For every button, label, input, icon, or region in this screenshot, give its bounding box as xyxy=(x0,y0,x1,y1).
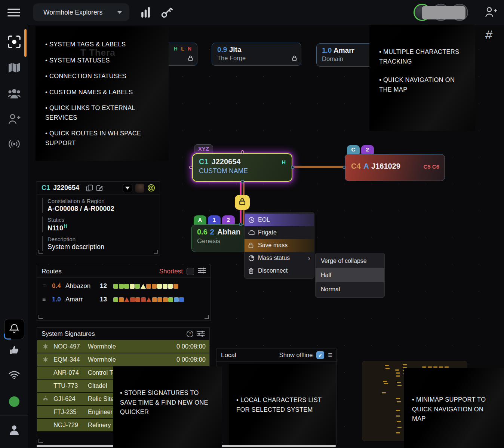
signature-row[interactable]: NOO-497 Wormhole 0 00:08:00 xyxy=(37,340,209,353)
wormhole-icon xyxy=(37,356,53,363)
bar-chart-icon[interactable] xyxy=(141,7,150,19)
custom-name: CUSTOM NAME xyxy=(199,167,286,175)
connection-handle[interactable] xyxy=(241,180,244,183)
notifications-button[interactable] xyxy=(4,319,24,339)
region-name: The Forge xyxy=(217,55,296,62)
map-icon[interactable] xyxy=(0,62,28,73)
cloud-icon xyxy=(248,230,258,235)
menu-item-save-mass[interactable]: Save mass xyxy=(245,239,314,252)
mass-status-submenu: Verge of collapse Half Normal xyxy=(315,253,385,298)
trash-icon xyxy=(248,268,258,274)
focus-map-icon[interactable] xyxy=(0,35,28,49)
copy-icon[interactable] xyxy=(86,184,93,191)
security-status: 0.9 xyxy=(217,46,227,53)
planet-count: 2 xyxy=(210,228,214,236)
signature-settings-icon[interactable] xyxy=(197,331,205,337)
static-label: H xyxy=(282,159,286,165)
statics-label: C5 C6 xyxy=(423,163,439,170)
lock-icon xyxy=(292,55,297,62)
menu-item-mass-status[interactable]: Mass status › xyxy=(245,252,314,264)
route-segments xyxy=(113,296,185,303)
region-image-icon[interactable] xyxy=(135,184,144,193)
custom-tag-xyz[interactable]: XYZ xyxy=(194,144,213,154)
divider xyxy=(0,415,28,415)
panel-title: System Signatures xyxy=(42,330,95,338)
online-status-dot[interactable] xyxy=(9,396,19,407)
key-icon[interactable] xyxy=(161,6,173,20)
submenu-item-half[interactable]: Half xyxy=(316,268,384,282)
left-sidebar xyxy=(0,25,28,448)
hash-icon[interactable]: # xyxy=(485,28,493,42)
connection-handle[interactable] xyxy=(291,166,294,169)
app-root: H L N 0.9 Jita The Forge 1.0 Amarr Domai… xyxy=(0,0,504,448)
characters-group-icon[interactable] xyxy=(0,88,28,99)
route-settings-icon[interactable] xyxy=(198,267,206,275)
censored-name-bar xyxy=(422,6,465,19)
target-icon[interactable] xyxy=(147,184,155,192)
local-menu-icon[interactable]: ≡ xyxy=(328,351,332,359)
map-selector-label: Wormhole Explorers xyxy=(43,9,117,16)
add-character-icon[interactable] xyxy=(485,6,497,19)
help-icon[interactable]: ? xyxy=(186,330,194,338)
system-node-jita[interactable]: 0.9 Jita The Forge xyxy=(212,43,301,66)
connection-handle[interactable] xyxy=(239,223,242,226)
route-row-amarr[interactable]: ≡ 1.0 Amarr 13 xyxy=(37,294,210,305)
menu-item-frigate[interactable]: Frigate xyxy=(245,226,314,239)
submenu-item-verge-of-collapse[interactable]: Verge of collapse xyxy=(316,254,384,268)
system-name: J220654 xyxy=(212,157,241,166)
ghost-system-thera: T Thera xyxy=(80,46,116,59)
callout-tracking: • MULTIPLE CHARACTERS TRACKING • QUICK N… xyxy=(369,25,475,131)
chevron-right-icon: › xyxy=(308,254,310,262)
connection-handle[interactable] xyxy=(241,150,244,154)
menu-item-eol[interactable]: EOL xyxy=(245,214,314,226)
lock-icon xyxy=(248,242,258,248)
submenu-item-normal[interactable]: Normal xyxy=(316,282,384,297)
callout-local: • LOCAL CHARACTERS LIST FOR SELECTED SYS… xyxy=(229,364,336,445)
wh-class: C1 xyxy=(42,184,50,192)
connection-handle[interactable] xyxy=(342,166,346,169)
system-effect: A xyxy=(364,162,369,170)
drag-handle-icon[interactable]: ≡ xyxy=(42,283,52,289)
system-node-j161029[interactable]: C4AJ161029 C5 C6 xyxy=(345,154,445,181)
shortest-checkbox[interactable] xyxy=(187,268,194,275)
lock-icon xyxy=(188,55,193,62)
wormhole-icon xyxy=(37,343,53,350)
add-character-icon[interactable] xyxy=(0,113,28,125)
system-name: Jita xyxy=(229,46,242,53)
signature-row[interactable]: EQM-344 Wormhole 0 00:08:00 xyxy=(37,353,209,366)
thumbs-up-icon[interactable] xyxy=(0,345,28,355)
check-icon: ✓ xyxy=(318,352,323,358)
wh-class: C4 xyxy=(351,162,361,170)
connection-handle[interactable] xyxy=(189,166,193,169)
svg-text:?: ? xyxy=(189,332,191,336)
show-offline-checkbox[interactable]: ✓ xyxy=(316,351,324,359)
chevron-down-icon xyxy=(117,11,122,14)
shortest-label: Shortest xyxy=(159,268,183,275)
route-row-ahbazon[interactable]: ≡ 0.4 Ahbazon 12 xyxy=(37,281,210,291)
connection-lock-badge[interactable] xyxy=(235,195,250,210)
connection-c1-j161029[interactable] xyxy=(292,166,345,168)
window-icon[interactable] xyxy=(123,184,132,192)
system-name: Abhan xyxy=(217,228,240,236)
callout-minimap: • MINIMAP SUPPORT TO QUICK NAVIGATION ON… xyxy=(404,368,504,448)
route-segments xyxy=(113,283,179,289)
system-tags: H L N xyxy=(174,46,193,52)
region-name: Domain xyxy=(322,55,374,62)
system-node-j220654-selected[interactable]: C1J220654 H CUSTOM NAME xyxy=(192,153,292,182)
drag-handle-icon[interactable]: ≡ xyxy=(42,296,52,303)
profile-icon[interactable] xyxy=(0,424,28,436)
system-name: J220654 xyxy=(53,184,79,192)
wifi-icon[interactable] xyxy=(0,370,28,379)
system-name: Amarr xyxy=(334,46,354,54)
info-section-statics: Statics N110H xyxy=(42,217,160,232)
menu-hamburger-icon[interactable] xyxy=(7,9,20,16)
bell-icon xyxy=(9,323,19,335)
callout-features: T Thera • SYSTEM TAGS & LABELS • SYSTEM … xyxy=(36,26,169,161)
menu-item-disconnect[interactable]: Disconnect xyxy=(245,264,314,277)
security-status: 1.0 xyxy=(322,46,332,54)
map-selector-dropdown[interactable]: Wormhole Explorers xyxy=(33,3,129,21)
info-section-description: Description System description xyxy=(42,236,160,251)
broadcast-icon[interactable] xyxy=(0,139,28,149)
info-section-constellation: Constellation & Region A-C00008 / A-R000… xyxy=(42,198,160,213)
edit-icon[interactable] xyxy=(96,184,103,191)
